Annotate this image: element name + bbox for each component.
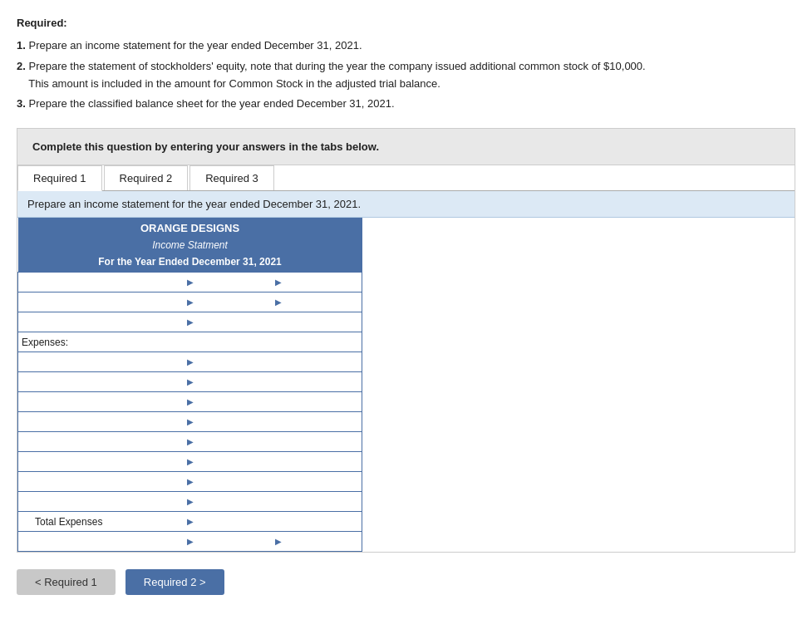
table-row: ▶ — [18, 352, 362, 372]
row-value2[interactable] — [285, 273, 362, 293]
row-label-input[interactable] — [22, 317, 180, 328]
arrow-icon2 — [272, 492, 285, 512]
row-label-input[interactable] — [22, 356, 180, 368]
row-label[interactable] — [18, 452, 185, 472]
row-value2[interactable] — [285, 312, 362, 332]
row-label-input[interactable] — [22, 297, 180, 308]
tab-instruction: Prepare an income statement for the year… — [17, 191, 795, 218]
row-label-input[interactable] — [22, 476, 180, 488]
row-label[interactable] — [18, 392, 185, 412]
row-value1-input[interactable] — [200, 496, 268, 508]
row-value1-input[interactable] — [200, 396, 268, 408]
arrow-icon2 — [272, 452, 285, 472]
row-label[interactable] — [18, 472, 185, 492]
row-label-input[interactable] — [22, 396, 180, 408]
row-value1[interactable] — [197, 293, 272, 312]
row-label[interactable] — [18, 352, 185, 372]
row-value1[interactable] — [197, 492, 272, 512]
row-value1-input[interactable] — [200, 356, 268, 368]
row-value1[interactable] — [197, 532, 272, 552]
row-value2[interactable] — [285, 412, 362, 432]
row-value1-input[interactable] — [200, 277, 268, 288]
arrow-icon2 — [272, 352, 285, 372]
prev-button[interactable]: < Required 1 — [17, 569, 116, 595]
row-value1[interactable] — [197, 332, 272, 352]
row-value2-input[interactable] — [288, 317, 358, 328]
instructions: 1. Prepare an income statement for the y… — [17, 37, 795, 113]
row-label[interactable] — [18, 412, 185, 432]
expenses-label: Expenses: — [18, 332, 185, 352]
arrow-icon2 — [272, 332, 285, 352]
row-value1-input[interactable] — [200, 476, 268, 488]
row-value1-input[interactable] — [200, 436, 268, 448]
row-value1-input[interactable] — [200, 337, 268, 348]
row-value2-input[interactable] — [288, 337, 358, 348]
row-value2[interactable] — [285, 332, 362, 352]
row-value1[interactable] — [197, 372, 272, 392]
row-value1[interactable] — [197, 412, 272, 432]
total-value1-input[interactable] — [200, 516, 268, 528]
row-value2[interactable] — [285, 492, 362, 512]
tab-required-1[interactable]: Required 1 — [17, 165, 102, 191]
complete-box: Complete this question by entering your … — [17, 128, 795, 165]
row-value1[interactable] — [197, 452, 272, 472]
arrow-icon: ▶ — [184, 352, 197, 372]
row-label-input[interactable] — [22, 436, 180, 448]
row-value1-input[interactable] — [200, 317, 268, 328]
table-row: ▶ — [18, 312, 362, 332]
arrow-icon: ▶ — [184, 293, 197, 312]
table-header-row-company: ORANGE DESIGNS — [18, 218, 362, 237]
row-value2[interactable] — [285, 532, 362, 552]
arrow-icon: ▶ — [184, 492, 197, 512]
row-value2[interactable] — [285, 432, 362, 452]
row-value2[interactable] — [285, 372, 362, 392]
total-value1[interactable] — [197, 512, 272, 532]
row-label[interactable] — [18, 372, 185, 392]
row-label-input[interactable] — [22, 536, 180, 548]
tab-required-3[interactable]: Required 3 — [189, 165, 274, 190]
row-value1[interactable] — [197, 472, 272, 492]
arrow-icon2 — [272, 512, 285, 532]
row-value1[interactable] — [197, 392, 272, 412]
row-value2[interactable] — [285, 392, 362, 412]
arrow-icon: ▶ — [184, 512, 197, 532]
row-label-input[interactable] — [22, 456, 180, 468]
table-header-row-title: Income Statment — [18, 237, 362, 253]
arrow-icon — [184, 332, 197, 352]
arrow-icon: ▶ — [184, 472, 197, 492]
row-label[interactable] — [18, 432, 185, 452]
row-value1[interactable] — [197, 432, 272, 452]
row-value1-input[interactable] — [200, 536, 268, 548]
tab-required-2[interactable]: Required 2 — [104, 165, 189, 190]
total-value2[interactable] — [285, 512, 362, 532]
row-value2-input[interactable] — [288, 277, 358, 288]
row-value2[interactable] — [285, 472, 362, 492]
row-value2-input[interactable] — [288, 297, 358, 308]
row-label[interactable] — [18, 293, 185, 312]
row-label-input[interactable] — [22, 496, 180, 508]
row-label-input[interactable] — [22, 376, 180, 388]
table-row: ▶ — [18, 412, 362, 432]
tabs-container: Required 1 Required 2 Required 3 Prepare… — [17, 165, 795, 553]
row-value1-input[interactable] — [200, 456, 268, 468]
arrow-icon: ▶ — [184, 372, 197, 392]
row-value1[interactable] — [197, 312, 272, 332]
row-label-input[interactable] — [22, 416, 180, 428]
row-label-input[interactable] — [22, 277, 180, 288]
row-value2[interactable] — [285, 352, 362, 372]
row-value1[interactable] — [197, 273, 272, 293]
row-value2[interactable] — [285, 452, 362, 472]
row-value2-input[interactable] — [288, 536, 358, 548]
next-button[interactable]: Required 2 > — [125, 569, 224, 595]
row-label[interactable] — [18, 312, 185, 332]
row-value1-input[interactable] — [200, 416, 268, 428]
row-value1-input[interactable] — [200, 376, 268, 388]
row-value1[interactable] — [197, 352, 272, 372]
row-value1-input[interactable] — [200, 297, 268, 308]
row-label[interactable] — [18, 532, 185, 552]
row-label[interactable] — [18, 273, 185, 293]
row-value2[interactable] — [285, 293, 362, 312]
row-label[interactable] — [18, 492, 185, 512]
table-row: ▶ — [18, 432, 362, 452]
arrow-icon2 — [272, 312, 285, 332]
